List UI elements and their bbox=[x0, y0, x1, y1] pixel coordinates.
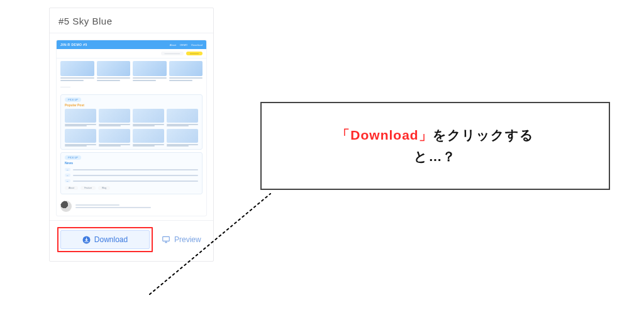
preview-button-label: Preview bbox=[174, 235, 201, 244]
theme-card: #5 Sky Blue JIN:R DEMO #5 About DEMO Dow… bbox=[49, 8, 214, 262]
download-button[interactable]: Download bbox=[60, 230, 150, 249]
theme-title: #5 Sky Blue bbox=[50, 8, 213, 33]
mock-news-chip: Feature bbox=[80, 186, 96, 190]
mock-author bbox=[57, 197, 206, 216]
mock-article-row bbox=[57, 58, 206, 84]
mock-author-name bbox=[75, 204, 119, 206]
annotation-highlight: 「Download」 bbox=[336, 128, 432, 142]
mock-search-chip: ――――――― bbox=[161, 52, 184, 55]
monitor-icon bbox=[162, 235, 170, 244]
mock-nav: About DEMO Download bbox=[170, 43, 203, 47]
mock-nav-item: Download bbox=[191, 43, 203, 47]
annotation-rest-2: と…？ bbox=[414, 149, 456, 164]
mock-logo: JIN:R DEMO #5 bbox=[60, 43, 87, 47]
mock-popular-panel: PICK UP Popular Post bbox=[60, 94, 203, 150]
avatar-icon bbox=[60, 201, 72, 212]
mock-author-desc bbox=[75, 207, 151, 208]
mock-news-chip: Blog bbox=[98, 186, 110, 190]
mock-news-label: PICK UP bbox=[65, 155, 81, 160]
mock-nav-item: DEMO bbox=[180, 43, 187, 47]
download-icon bbox=[82, 236, 91, 244]
site-mockup: JIN:R DEMO #5 About DEMO Download ――――――… bbox=[56, 40, 207, 216]
mock-popular-label: PICK UP bbox=[65, 97, 81, 102]
annotation-callout: 「Download」をクリックすると…？ bbox=[260, 102, 610, 190]
card-actions: Download Preview bbox=[50, 220, 213, 261]
mock-news-panel: PICK UP News -- -- -- About Feature Blog bbox=[60, 152, 203, 194]
mock-subbar: ――――――― ―――― bbox=[57, 49, 206, 58]
download-button-label: Download bbox=[94, 235, 128, 244]
mock-header: JIN:R DEMO #5 About DEMO Download bbox=[57, 40, 206, 49]
mock-popular-title: Popular Post bbox=[65, 103, 198, 107]
mock-cta-chip: ―――― bbox=[186, 52, 203, 55]
mock-news-title: News bbox=[65, 161, 198, 165]
mock-news-chip: About bbox=[65, 186, 78, 190]
annotation-rest-1: をクリックする bbox=[433, 128, 534, 142]
svg-rect-1 bbox=[163, 236, 170, 241]
theme-preview: JIN:R DEMO #5 About DEMO Download ――――――… bbox=[50, 33, 213, 220]
download-highlight-box: Download bbox=[57, 227, 153, 252]
annotation-text: 「Download」をクリックすると…？ bbox=[336, 125, 533, 167]
preview-button[interactable]: Preview bbox=[162, 235, 201, 244]
mock-nav-item: About bbox=[170, 43, 176, 47]
mock-more: ―――― bbox=[57, 84, 206, 92]
